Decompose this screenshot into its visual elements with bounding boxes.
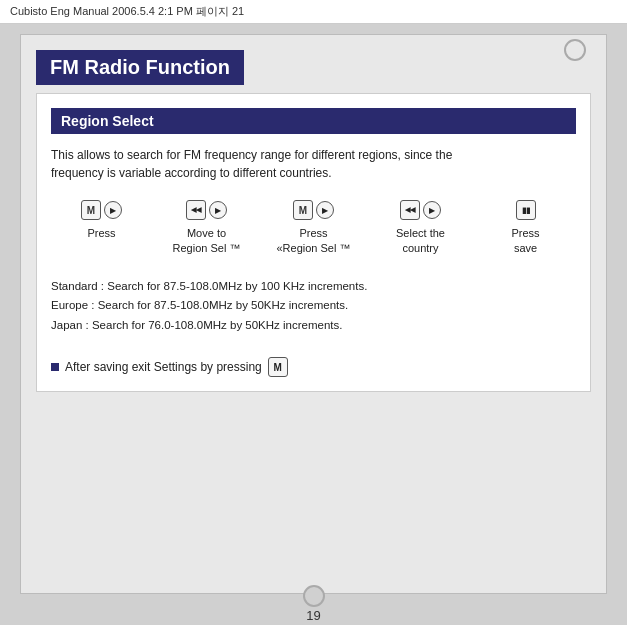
note-europe: Europe : Search for 87.5-108.0MHz by 50K…: [51, 296, 576, 316]
circle-arrow-4: ▶: [423, 201, 441, 219]
step-4: ◀◀ ▶ Select thecountry: [386, 200, 456, 257]
page-wrapper: FM Radio Function Region Select This all…: [20, 34, 607, 594]
step-3: M ▶ Press«Region Sel ™: [277, 200, 351, 257]
description-line2: frequency is variable according to diffe…: [51, 166, 332, 180]
page-title-box: FM Radio Function: [36, 50, 244, 85]
description-line1: This allows to search for FM frequency r…: [51, 148, 452, 162]
step-2: ◀◀ ▶ Move toRegion Sel ™: [172, 200, 242, 257]
step-4-icons: ◀◀ ▶: [400, 200, 441, 220]
pause-btn: ▮▮: [516, 200, 536, 220]
circle-arrow-1: ▶: [104, 201, 122, 219]
skip-btn-1: ◀◀: [186, 200, 206, 220]
step-1: M ▶ Press: [67, 200, 137, 241]
section-title: Region Select: [61, 113, 566, 129]
bullet-icon: [51, 363, 59, 371]
step-3-icons: M ▶: [293, 200, 334, 220]
decorative-circle-top: [564, 39, 586, 61]
step-3-label: Press«Region Sel ™: [277, 226, 351, 257]
page-header: Cubisto Eng Manual 2006.5.4 2:1 PM 페이지 2…: [0, 0, 627, 24]
page-number: 19: [0, 604, 627, 625]
note-standard: Standard : Search for 87.5-108.0MHz by 1…: [51, 277, 576, 297]
footer-m-icon: M: [268, 357, 288, 377]
step-5: ▮▮ Presssave: [491, 200, 561, 257]
step-1-label: Press: [87, 226, 115, 241]
step-4-label: Select thecountry: [396, 226, 445, 257]
circle-arrow-3: ▶: [316, 201, 334, 219]
page-title: FM Radio Function: [50, 56, 230, 79]
step-5-label: Presssave: [511, 226, 539, 257]
m-button-2: M: [293, 200, 313, 220]
step-5-icons: ▮▮: [516, 200, 536, 220]
header-text: Cubisto Eng Manual 2006.5.4 2:1 PM 페이지 2…: [10, 5, 244, 17]
step-2-label: Move toRegion Sel ™: [173, 226, 241, 257]
step-1-icons: M ▶: [81, 200, 122, 220]
footer-note-text: After saving exit Settings by pressing: [65, 360, 262, 374]
decorative-circle-bottom: [303, 585, 325, 607]
m-button-1: M: [81, 200, 101, 220]
note-japan: Japan : Search for 76.0-108.0MHz by 50KH…: [51, 316, 576, 336]
steps-row: M ▶ Press ◀◀ ▶ Move toRegion Sel ™ M ▶: [51, 200, 576, 257]
circle-arrow-2: ▶: [209, 201, 227, 219]
description: This allows to search for FM frequency r…: [51, 146, 576, 182]
notes: Standard : Search for 87.5-108.0MHz by 1…: [51, 277, 576, 336]
skip-btn-2: ◀◀: [400, 200, 420, 220]
step-2-icons: ◀◀ ▶: [186, 200, 227, 220]
section-header: Region Select: [51, 108, 576, 134]
content-area: Region Select This allows to search for …: [36, 93, 591, 392]
footer-note: After saving exit Settings by pressing M: [51, 349, 576, 377]
